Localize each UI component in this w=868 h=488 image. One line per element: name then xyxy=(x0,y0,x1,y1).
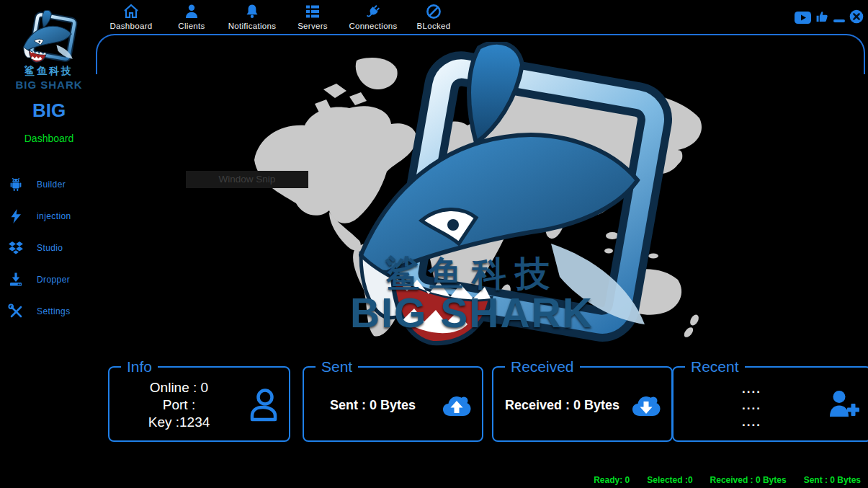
block-icon xyxy=(425,3,442,20)
sent-card-legend: Sent xyxy=(316,358,358,376)
nav-notifications[interactable]: Notifications xyxy=(222,3,282,30)
current-page-label: Dashboard xyxy=(0,133,98,144)
brand-name-en: BIG SHARK xyxy=(0,79,98,91)
nav-label: Servers xyxy=(297,22,328,30)
plug-icon xyxy=(364,3,382,20)
brand-name-cn: 鲨鱼科技 xyxy=(0,65,98,78)
nav-clients[interactable]: Clients xyxy=(161,3,222,30)
status-ready: Ready: 0 xyxy=(594,475,630,485)
lightning-icon xyxy=(7,208,24,225)
list-icon xyxy=(304,3,321,20)
sidebar-menu: Builder injection Studio xyxy=(0,169,98,327)
received-card-legend: Received xyxy=(505,358,580,376)
window-controls xyxy=(795,9,864,24)
status-bar: Ready: 0 Selected :0 Received : 0 Bytes … xyxy=(594,475,861,485)
recent-card-legend: Recent xyxy=(685,358,745,376)
nav-dashboard[interactable]: Dashboard xyxy=(101,3,161,30)
cloud-download-icon xyxy=(627,387,663,423)
sent-bytes-value: Sent : 0 Bytes xyxy=(330,398,416,412)
nav-label: Dashboard xyxy=(110,22,153,30)
recent-entry: .... xyxy=(679,381,824,397)
brand-logo: 鲨鱼科技 BIG SHARK xyxy=(0,10,98,91)
thumbs-up-icon[interactable] xyxy=(815,9,830,24)
download-install-icon xyxy=(7,271,24,288)
port-value: Port : xyxy=(115,396,243,414)
tools-icon xyxy=(7,303,24,320)
person-outline-icon xyxy=(245,387,281,423)
cloud-upload-icon xyxy=(438,387,474,423)
sent-card: Sent Sent : 0 Bytes xyxy=(303,358,483,442)
person-icon xyxy=(183,3,200,20)
sidebar-item-label: injection xyxy=(37,211,71,221)
recent-entry: .... xyxy=(679,397,824,414)
sidebar-item-label: Settings xyxy=(37,306,71,316)
online-count: Online : 0 xyxy=(115,379,243,396)
window-snip-remnant: Window Snip xyxy=(186,171,308,188)
received-bytes-value: Received : 0 Bytes xyxy=(505,398,619,412)
nav-servers[interactable]: Servers xyxy=(282,3,343,30)
world-map: 鲨鱼科技 BIG SHARK xyxy=(249,52,710,346)
watermark-en: BIG SHARK xyxy=(313,293,630,334)
status-sent: Sent : 0 Bytes xyxy=(804,475,861,485)
sidebar-item-studio[interactable]: Studio xyxy=(0,232,98,264)
received-card: Received Received : 0 Bytes xyxy=(492,358,673,442)
status-selected: Selected :0 xyxy=(647,475,692,485)
recent-card: Recent .... .... .... xyxy=(672,358,868,442)
sidebar-item-label: Dropper xyxy=(37,275,70,285)
top-navigation: Dashboard Clients Notifications Servers xyxy=(101,3,464,30)
youtube-icon[interactable] xyxy=(795,12,811,24)
nav-label: Connections xyxy=(349,22,397,30)
person-add-icon xyxy=(826,387,862,423)
watermark-cn: 鲨鱼科技 xyxy=(313,257,630,291)
key-value: Key :1234 xyxy=(115,414,243,431)
status-received: Received : 0 Bytes xyxy=(710,475,787,485)
sidebar-item-dropper[interactable]: Dropper xyxy=(0,264,98,296)
sidebar-item-builder[interactable]: Builder xyxy=(0,169,98,200)
dropbox-icon xyxy=(7,239,24,257)
sidebar-item-label: Studio xyxy=(37,243,63,253)
sidebar-item-label: Builder xyxy=(37,179,66,190)
info-card-legend: Info xyxy=(121,358,158,376)
sidebar-item-injection[interactable]: injection xyxy=(0,200,98,232)
nav-label: Notifications xyxy=(228,22,277,30)
nav-label: BLocked xyxy=(417,22,451,30)
android-icon xyxy=(7,176,24,193)
recent-entry: .... xyxy=(679,414,824,430)
bell-icon xyxy=(243,3,261,20)
nav-label: Clients xyxy=(178,22,205,30)
nav-connections[interactable]: Connections xyxy=(343,3,403,30)
home-icon xyxy=(122,3,140,20)
nav-blocked[interactable]: BLocked xyxy=(403,3,464,30)
close-icon[interactable] xyxy=(849,9,864,24)
info-card: Info Online : 0 Port : Key :1234 xyxy=(108,358,290,442)
shark-logo-icon xyxy=(18,10,80,65)
minimize-icon[interactable] xyxy=(833,9,846,24)
sidebar-item-settings[interactable]: Settings xyxy=(0,296,98,327)
app-title: BIG xyxy=(0,99,98,122)
sidebar: 鲨鱼科技 BIG SHARK BIG Dashboard Builder xyxy=(0,0,98,327)
map-watermark: 鲨鱼科技 BIG SHARK xyxy=(313,257,630,334)
app-window: 鲨鱼科技 BIG SHARK BIG Dashboard Builder xyxy=(0,0,868,488)
